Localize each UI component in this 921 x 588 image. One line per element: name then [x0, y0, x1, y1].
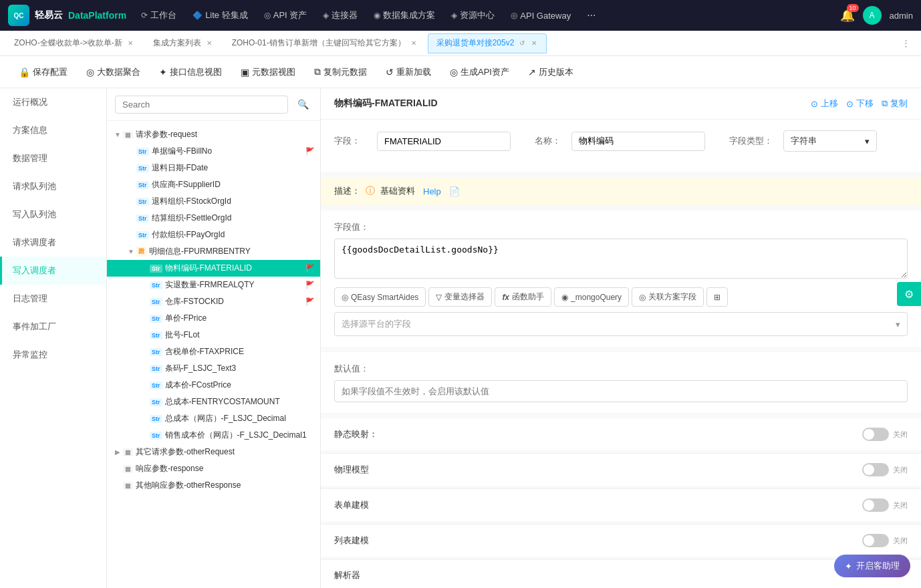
tree-node-fsupplier[interactable]: Str 供应商-FSupplierID [107, 176, 320, 193]
smart-aides-button[interactable]: ◎ QEasy SmartAides [334, 287, 426, 307]
tree-node-fcostprice[interactable]: Str 成本价-FCostPrice [107, 377, 320, 394]
nav-connector[interactable]: ◈ 连接器 [316, 7, 364, 24]
tree-node-fpurmrbentry[interactable]: ▼ 囲 明细信息-FPURMRBENTRY [107, 243, 320, 260]
tree-node-fdecimal1[interactable]: Str 销售成本价（网店）-F_LSJC_Decimal1 [107, 427, 320, 444]
api-view-button[interactable]: ✦ 接口信息视图 [151, 62, 230, 82]
tree-node-fdecimal[interactable]: Str 总成本（网店）-F_LSJC_Decimal [107, 410, 320, 427]
tree-node-response[interactable]: ▦ 响应参数-response [107, 460, 320, 477]
tree-node-flot[interactable]: Str 批号-FLot [107, 327, 320, 343]
history-button[interactable]: ↗ 历史版本 [520, 62, 581, 82]
field-name-input[interactable] [377, 132, 511, 151]
tree-node-ftext3[interactable]: Str 条码-F_LSJC_Text3 [107, 360, 320, 377]
tree-node-ftaxprice[interactable]: Str 含税单价-FTAXPRICE [107, 343, 320, 360]
gen-api-icon: ◎ [450, 67, 458, 78]
mongo-query-button[interactable]: ◉ _mongoQuery [554, 287, 629, 307]
tab-close-btn[interactable]: ✕ [530, 38, 538, 48]
tab-purchase-return[interactable]: 采购退货单对接205v2 ↺ ✕ [428, 33, 547, 53]
sidebar-item-data-mgmt[interactable]: 数据管理 [0, 144, 106, 172]
field-type-select[interactable]: 字符串 ▾ [783, 130, 877, 152]
tree-node-other-response[interactable]: ▦ 其他响应参数-otherResponse [107, 477, 320, 494]
user-name[interactable]: admin [890, 11, 913, 21]
tree-node-fprice[interactable]: Str 单价-FPrice [107, 310, 320, 327]
sidebar-item-overview[interactable]: 运行概况 [0, 88, 106, 116]
tree-node-request[interactable]: ▼ ▦ 请求参数-request [107, 126, 320, 143]
expand-icon[interactable]: ▼ [126, 248, 136, 255]
gen-api-button[interactable]: ◎ 生成API资产 [442, 62, 517, 82]
expand-icon[interactable]: ▶ [112, 448, 123, 456]
tab-zoho-sales[interactable]: ZOHO-01-销售订单新增（主键回写给其它方案） ✕ [223, 33, 426, 53]
sidebar-item-event-factory[interactable]: 事件加工厂 [0, 313, 106, 341]
field-label: 字段： [334, 135, 366, 147]
meta-view-button[interactable]: ▣ 元数据视图 [233, 62, 303, 82]
save-config-button[interactable]: 🔒 保存配置 [11, 62, 76, 82]
tree-node-frmrealqty[interactable]: Str 实退数量-FRMREALQTY 🚩 [107, 277, 320, 293]
tab-close-icon-active[interactable]: ↺ [518, 38, 526, 48]
move-up-button[interactable]: ⊙ 上移 [811, 98, 838, 110]
related-field-button[interactable]: ◎ 关联方案字段 [632, 287, 704, 307]
source-platform-select[interactable]: 选择源平台的字段 ▾ [334, 312, 908, 336]
tab-zoho-receipt[interactable]: ZOHO-全蝶收款单->收款单-新 ✕ [5, 33, 143, 53]
float-settings-button[interactable]: ⚙ [897, 282, 921, 306]
tree-node-fpay[interactable]: Str 付款组织-FPayOrgId [107, 227, 320, 243]
bigdata-agg-button[interactable]: ◎ 大数据聚合 [78, 62, 148, 82]
node-label: 总成本-FENTRYCOSTAMOUNT [165, 396, 315, 408]
sidebar-item-anomaly-monitor[interactable]: 异常监控 [0, 341, 106, 369]
ai-label: 开启客助理 [856, 560, 900, 572]
search-input[interactable] [115, 96, 288, 114]
nav-resource[interactable]: ◈ 资源中心 [444, 7, 501, 24]
move-down-button[interactable]: ⊙ 下移 [846, 98, 874, 110]
nav-api-gateway[interactable]: ◎ API Gateway [504, 8, 577, 23]
field-display-name-input[interactable] [571, 132, 705, 151]
nav-api[interactable]: ◎ API 资产 [257, 7, 314, 24]
physical-model-toggle[interactable] [862, 463, 889, 476]
nav-workbench[interactable]: ⟳ 工作台 [134, 7, 183, 24]
meta-view-icon: ▣ [241, 67, 249, 78]
doc-icon[interactable]: 📄 [449, 186, 460, 196]
field-value-textarea[interactable]: {{goodsDocDetailList.goodsNo}} [334, 239, 908, 279]
list-model-toggle[interactable] [862, 534, 889, 547]
tree-node-fsettle[interactable]: Str 结算组织-FSettleOrgId [107, 210, 320, 227]
help-link[interactable]: Help [423, 186, 441, 196]
var-selector-button[interactable]: ▽ 变量选择器 [428, 287, 492, 307]
static-mapping-toggle[interactable] [862, 428, 889, 441]
sidebar-item-solution-info[interactable]: 方案信息 [0, 116, 106, 144]
tree-node-fbillno[interactable]: Str 单据编号-FBillNo 🚩 [107, 143, 320, 160]
sidebar-item-request-scheduler[interactable]: 请求调度者 [0, 229, 106, 257]
nav-more[interactable]: ··· [580, 7, 602, 24]
tree-node-fentrycost[interactable]: Str 总成本-FENTRYCOSTAMOUNT [107, 394, 320, 410]
sidebar-item-log-mgmt[interactable]: 日志管理 [0, 285, 106, 313]
tree-node-fstockid[interactable]: Str 仓库-FSTOCKID 🚩 [107, 293, 320, 310]
type-badge-str: Str [150, 415, 162, 423]
reload-button[interactable]: ↺ 重新加载 [378, 62, 439, 82]
workbench-icon: ⟳ [141, 11, 148, 20]
tree-node-fstockorg[interactable]: Str 退料组织-FStockOrgId [107, 193, 320, 210]
ai-assistant-button[interactable]: ✦ 开启客助理 [834, 555, 910, 577]
user-avatar[interactable]: A [863, 6, 882, 25]
static-mapping-toggle-area: 关闭 [862, 428, 908, 441]
tab-close-icon[interactable]: ✕ [126, 38, 134, 48]
tab-close-icon[interactable]: ✕ [410, 38, 418, 48]
expand-icon[interactable]: ▼ [112, 131, 123, 138]
copy-button[interactable]: ⧉ 复制 [882, 98, 908, 110]
tree-node-fdate[interactable]: Str 退料日期-FDate [107, 160, 320, 176]
default-value-input[interactable] [334, 380, 908, 402]
more-tools-button[interactable]: ⊞ [706, 287, 728, 307]
tabs-overflow-menu[interactable]: ⋮ [896, 35, 916, 51]
copy-meta-button[interactable]: ⧉ 复制元数据 [306, 62, 375, 82]
search-button[interactable]: 🔍 [293, 95, 312, 114]
tree-node-fmaterialid[interactable]: Str 物料编码-FMATERIALID 🚩 [107, 260, 320, 277]
tab-label: ZOHO-全蝶收款单->收款单-新 [14, 37, 122, 49]
smart-label: QEasy SmartAides [351, 293, 418, 302]
form-model-toggle[interactable] [862, 498, 889, 512]
nav-lite[interactable]: 🔷 Lite 轻集成 [186, 7, 255, 24]
func-helper-button[interactable]: fx 函数助手 [495, 287, 551, 307]
sidebar-item-write-scheduler[interactable]: 写入调度者 [0, 257, 106, 285]
tree-node-other-request[interactable]: ▶ ▦ 其它请求参数-otherRequest [107, 444, 320, 460]
tab-solution-list[interactable]: 集成方案列表 ✕ [144, 33, 222, 53]
sidebar-item-request-queue[interactable]: 请求队列池 [0, 172, 106, 200]
list-model-toggle-area: 关闭 [862, 534, 908, 547]
tab-close-icon[interactable]: ✕ [205, 38, 213, 48]
nav-data-solution[interactable]: ◉ 数据集成方案 [367, 7, 442, 24]
notification-bell[interactable]: 🔔 10 [840, 8, 855, 23]
sidebar-item-write-queue[interactable]: 写入队列池 [0, 200, 106, 229]
